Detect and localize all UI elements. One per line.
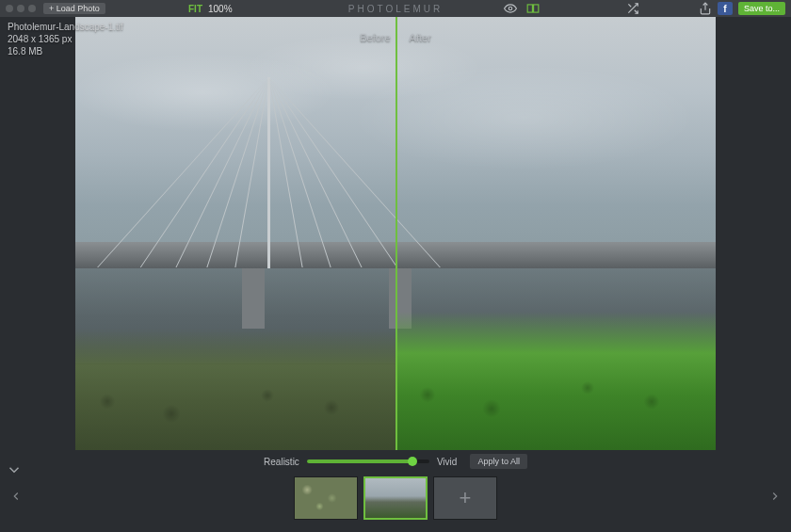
thumbnail-strip: + — [0, 476, 791, 520]
facebook-share-button[interactable]: f — [718, 2, 733, 15]
next-photo-arrow[interactable] — [768, 490, 782, 512]
thumbnail-2[interactable] — [363, 476, 428, 520]
intensity-slider-row: Realistic Vivid Apply to All — [0, 454, 791, 469]
shuffle-icon[interactable] — [626, 2, 639, 15]
minimize-window-icon[interactable] — [17, 5, 24, 12]
svg-rect-2 — [534, 5, 539, 12]
eye-icon[interactable] — [504, 2, 517, 15]
plus-icon: + — [460, 486, 472, 510]
window-controls — [6, 5, 36, 12]
share-icon[interactable] — [699, 2, 712, 15]
file-dimensions: 2048 x 1365 px — [8, 33, 123, 45]
zoom-level-label[interactable]: 100% — [208, 4, 233, 14]
add-photo-button[interactable]: + — [433, 476, 497, 520]
file-name: Photolemur-Landscape-1.tif — [8, 21, 123, 33]
slider-right-label: Vivid — [437, 457, 458, 467]
load-photo-button[interactable]: + Load Photo — [43, 3, 105, 14]
bottom-panel: Realistic Vivid Apply to All + — [0, 454, 791, 520]
compare-view-icon[interactable] — [526, 2, 540, 15]
app-title: PHOTOLEMUR — [348, 4, 443, 14]
slider-left-label: Realistic — [264, 457, 299, 467]
file-info: Photolemur-Landscape-1.tif 2048 x 1365 p… — [8, 21, 123, 57]
slider-thumb[interactable] — [408, 457, 417, 466]
before-label: Before — [360, 32, 390, 43]
compare-split-handle[interactable] — [396, 17, 397, 450]
file-size: 16.8 MB — [8, 45, 123, 57]
before-after-labels: Before After — [360, 32, 431, 43]
thumbnail-1[interactable] — [294, 476, 358, 520]
top-toolbar: + Load Photo FIT 100% PHOTOLEMUR f Save … — [0, 0, 791, 17]
intensity-slider[interactable] — [307, 459, 429, 463]
svg-point-0 — [508, 7, 512, 10]
fit-button[interactable]: FIT — [188, 4, 202, 14]
after-label: After — [410, 32, 431, 43]
zoom-controls: FIT 100% — [188, 4, 233, 14]
svg-rect-1 — [527, 5, 532, 12]
close-window-icon[interactable] — [6, 5, 13, 12]
zoom-window-icon[interactable] — [28, 5, 36, 12]
apply-to-all-button[interactable]: Apply to All — [470, 454, 527, 469]
previous-photo-arrow[interactable] — [9, 490, 23, 512]
image-viewport[interactable]: Before After — [75, 17, 716, 450]
save-button[interactable]: Save to... — [738, 2, 785, 15]
